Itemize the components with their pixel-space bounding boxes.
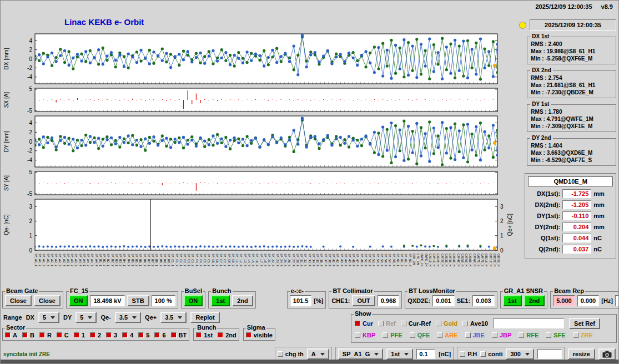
bunch-2nd-button[interactable]: 2nd [232,295,253,306]
sector-checkbox-c[interactable]: C [57,332,69,338]
bpm-axis-label: SP_A2_1 [50,254,54,266]
group-beam-gate: Beam Gate Close Close [2,291,63,309]
sector-checkbox-3[interactable]: 3 [106,332,117,338]
checkbox-label: Gold [444,320,457,327]
range-qep-dropdown[interactable]: 3.5 [160,312,187,323]
show-checkbox-pfe[interactable]: PFE [383,332,402,338]
checkbox-label: BT [179,332,187,338]
busel-on-button[interactable]: ON [184,295,203,306]
fc15-stb-button[interactable]: STB [127,295,149,306]
bunch-checkbox-2nd[interactable]: 2nd [218,332,236,338]
bunch-checkbox-1st[interactable]: 1st [196,332,213,338]
threshold-input[interactable] [416,349,435,359]
sigma-checkbox-visible[interactable]: visible [246,332,273,338]
sector-checkbox-b[interactable]: B [22,332,34,338]
range-dy-dropdown[interactable]: 5 [76,312,97,323]
bpm-axis-label: SP_46_4 [351,254,355,267]
snapshot-button[interactable] [598,348,616,360]
bpm-axis-label: SP_C7_2 [223,254,227,266]
show-checkbox-gold[interactable]: Gold [436,320,457,327]
ph-checkbox[interactable]: P.H [460,351,477,357]
che1-out-button[interactable]: OUT [352,295,375,306]
sector-checkbox-6[interactable]: 6 [154,332,165,338]
gr-a1-1st-button[interactable]: 1st [503,295,522,306]
show-checkbox-rfe[interactable]: RFE [519,332,539,338]
svg-text:4: 4 [29,120,32,126]
sector-checkbox-2[interactable]: 2 [90,332,101,338]
chg-th-checkbox[interactable]: chg th [278,351,304,357]
checkbox-label: Cur-Ref [409,320,431,327]
group-bt-collimator: BT Collimator CHE1: OUT 0.968 [329,291,402,309]
show-checkbox-qfe[interactable]: QFE [410,332,430,338]
fc15-on-button[interactable]: ON [69,295,88,306]
checkbox-indicator [401,321,406,326]
sector-checkbox-r[interactable]: R [39,332,52,338]
show-checkbox-kbp[interactable]: KBP [355,332,375,338]
group-fc15: FC_15 ON 18.498 kV STB 100 % [66,291,178,309]
checkbox-indicator [122,332,128,338]
ref-file-input[interactable] [493,318,564,328]
sector-checkbox-5[interactable]: 5 [138,332,149,338]
bpm-axis-label: QXF1E_M [432,254,436,267]
bpm-select-dropdown[interactable]: SP_A1_G [338,348,384,360]
sector-checkbox-bt[interactable]: BT [171,332,187,338]
monitor-row-label: DY(2nd): [528,224,560,230]
show-checkbox-cur[interactable]: Cur [355,320,373,327]
checkbox-indicator [436,321,441,326]
stat-min: Min : -6.529@QAF7E_S [531,156,614,164]
svg-text:1: 1 [29,232,32,239]
beam-gate-close-button-1[interactable]: Close [5,295,32,306]
checkbox-indicator [246,332,251,338]
monitor-row-label: Q(2nd): [528,246,560,252]
monitor-row-value: -0.110 [562,211,591,220]
monitor-name[interactable]: QMD10E_M [528,176,613,186]
bpm-axis-label: QXF2E_M [440,254,444,267]
replot-button[interactable]: Replot [190,312,219,323]
sector-checkbox-1[interactable]: 1 [74,332,85,338]
show-checkbox-ref[interactable]: Ref [378,320,396,327]
show-checkbox-sfe[interactable]: SFE [546,332,565,338]
resize-button[interactable]: resize [568,348,595,360]
checkbox-indicator [57,332,62,338]
bunch-1st-button[interactable]: 1st [211,295,230,306]
interval-dropdown[interactable]: 300 [506,348,534,360]
page-title: Linac KEKB e- Orbit [64,17,144,27]
svg-text:0: 0 [500,247,504,254]
sector-select-dropdown[interactable]: A [307,348,329,360]
checkbox-label: 1st [204,332,213,338]
group-bt-lossmonitor: BT LossMonitor QXD2E: 0.001 SE1: 0.003 [405,291,497,309]
bpm-axis-label: SP_B6_1 [138,254,142,266]
show-checkbox-cur-ref[interactable]: Cur-Ref [401,320,431,327]
bpm-axis-label: QAF7E_S [480,254,484,266]
range-qem-dropdown[interactable]: 3.5 [115,312,141,323]
group-label: Show [354,310,372,317]
show-checkbox-jbe[interactable]: JBE [465,332,485,338]
group-label: Beam Rep [553,287,585,294]
aux-entry[interactable] [537,349,562,359]
range-qem-label: Qe- [100,314,110,321]
show-checkbox-ave10[interactable]: Ave10 [462,320,488,327]
bpm-axis-label: SP_38_4 [328,254,331,267]
bpm-axis-label: QXF5E_M [464,254,468,267]
show-checkbox-are[interactable]: ARE [437,332,457,338]
range-dx-dropdown[interactable]: 5 [38,312,59,323]
bpm-axis-label: QBF1E_M [489,254,492,267]
sector-checkbox-a[interactable]: A [5,332,17,338]
show-checkbox-zre[interactable]: ZRE [573,332,593,338]
bpm-axis-label: SP_33_4 [308,254,311,267]
dropdown-value: 3.5 [165,314,173,321]
sector-checkbox-4[interactable]: 4 [122,332,133,338]
conti-checkbox[interactable]: conti [480,351,502,357]
checkbox-label: B [30,332,34,338]
svg-text:DX [mm]: DX [mm] [3,48,9,69]
set-ref-button[interactable]: Set Ref [569,318,600,329]
show-checkbox-jbp[interactable]: JBP [492,332,511,338]
bpm-axis-label: SP_11_4 [235,254,239,267]
bunch-select-dropdown[interactable]: 1st [386,348,413,360]
stat-box-title: DY 2nd [530,135,552,141]
gr-a1-2nd-button[interactable]: 2nd [524,295,545,306]
bpm-axis-label: SP_36_4 [319,254,323,267]
group-label: Bunch [196,324,217,331]
beam-gate-close-button-2[interactable]: Close [34,295,61,306]
checkbox-label: PFE [390,332,402,338]
